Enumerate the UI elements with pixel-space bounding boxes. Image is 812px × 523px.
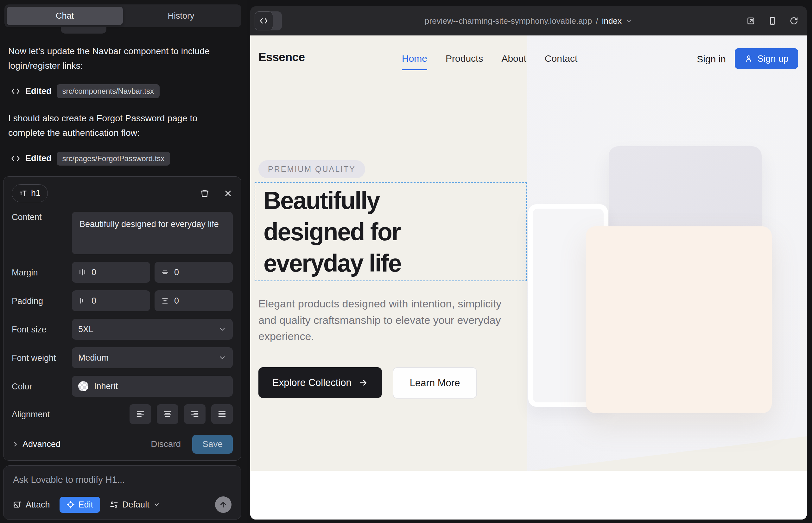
app-window: ·· Chat History Now let's update the Nav… (0, 0, 812, 523)
align-right-icon (190, 409, 199, 419)
send-button[interactable] (215, 497, 231, 513)
mobile-view-button[interactable] (768, 16, 777, 26)
tab-history[interactable]: History (123, 7, 239, 25)
lovable-sidebar: ·· Chat History Now let's update the Nav… (0, 0, 247, 523)
transparency-swatch-icon (78, 381, 88, 391)
font-size-select[interactable]: 5XL (72, 319, 233, 340)
padding-label: Padding (12, 296, 72, 306)
alignment-label: Alignment (12, 409, 72, 419)
padding-y-input[interactable]: 0 (155, 290, 233, 311)
align-center-icon (163, 409, 172, 419)
site-canvas: Essence Home Products About Contact Sign… (250, 35, 807, 520)
next-section-background (250, 471, 807, 520)
preview-pane: preview--charming-site-symphony.lovable.… (250, 6, 807, 520)
content-label: Content (12, 212, 72, 222)
font-size-label: Font size (12, 324, 72, 335)
code-icon (11, 154, 20, 163)
tab-chat[interactable]: Chat (7, 7, 123, 25)
hero-heading[interactable]: Beautifully designed for everyday life (255, 183, 526, 279)
learn-more-button[interactable]: Learn More (393, 367, 477, 399)
user-icon (744, 54, 753, 63)
close-editor-button[interactable] (223, 189, 233, 198)
padding-horizontal-icon (78, 296, 86, 305)
h1-selection-outline[interactable]: Beautifully designed for everyday life (254, 182, 527, 281)
attach-button[interactable]: Attach (13, 500, 50, 510)
font-weight-label: Font weight (12, 353, 72, 363)
preview-url: preview--charming-site-symphony.lovable.… (425, 16, 592, 26)
color-label: Color (12, 381, 72, 392)
trash-icon (200, 189, 209, 198)
align-justify-button[interactable] (211, 404, 233, 424)
selected-element-chip[interactable]: h1 (12, 184, 48, 202)
prompt-input[interactable]: Ask Lovable to modify H1... (13, 474, 231, 485)
chat-history-tabs: Chat History (4, 4, 241, 27)
chat-messages: Now let's update the Navbar component to… (8, 44, 236, 178)
edited-label: Edited (25, 154, 52, 163)
decor-card-cream (586, 227, 772, 413)
hero-description: Elegant products designed with intention… (259, 296, 515, 345)
external-link-icon (746, 16, 756, 26)
chat-message: I should also create a Forgot Password p… (8, 111, 230, 140)
preview-toolbar: preview--charming-site-symphony.lovable.… (250, 6, 807, 35)
save-button[interactable]: Save (192, 435, 233, 454)
type-icon (19, 189, 27, 198)
chevron-down-icon (153, 501, 160, 508)
advanced-toggle[interactable]: Advanced (12, 439, 60, 449)
image-plus-icon (13, 500, 22, 509)
align-center-button[interactable] (157, 404, 178, 424)
color-select[interactable]: Inherit (72, 376, 233, 397)
prompt-composer[interactable]: Ask Lovable to modify H1... Attach Edit … (3, 465, 241, 520)
file-chip[interactable]: src/components/Navbar.tsx (57, 84, 160, 98)
arrow-right-icon (358, 378, 368, 387)
content-input[interactable]: Beautifully designed for everyday life (72, 212, 233, 254)
code-view-segment[interactable] (254, 12, 273, 30)
sign-in-link[interactable]: Sign in (697, 54, 726, 65)
locate-icon (67, 501, 75, 509)
chevron-down-icon (625, 17, 632, 24)
nav-link-home[interactable]: Home (402, 53, 427, 70)
sliders-icon (110, 500, 119, 509)
premium-quality-badge: PREMIUM QUALITY (259, 160, 365, 178)
chevron-down-icon (218, 354, 226, 362)
open-in-new-tab-button[interactable] (746, 16, 756, 26)
code-preview-toggle[interactable] (254, 12, 282, 30)
preview-route: index (602, 16, 622, 26)
font-weight-select[interactable]: Medium (72, 347, 233, 368)
align-justify-icon (217, 409, 227, 419)
close-icon (223, 189, 233, 198)
delete-element-button[interactable] (200, 189, 209, 198)
nav-link-about[interactable]: About (501, 53, 526, 70)
padding-vertical-icon (161, 296, 169, 305)
refresh-icon (789, 16, 799, 26)
arrow-up-icon (219, 501, 227, 509)
nav-link-products[interactable]: Products (446, 53, 483, 70)
nav-link-contact[interactable]: Contact (545, 53, 577, 70)
discard-button[interactable]: Discard (142, 435, 189, 454)
model-default-select[interactable]: Default (110, 500, 160, 510)
explore-collection-button[interactable]: Explore Collection (259, 367, 382, 398)
padding-x-input[interactable]: 0 (72, 290, 150, 311)
edit-mode-button[interactable]: Edit (59, 497, 100, 513)
file-chip[interactable]: src/pages/ForgotPassword.tsx (57, 152, 170, 166)
margin-y-input[interactable]: 0 (155, 262, 233, 283)
align-left-icon (136, 409, 145, 419)
edited-file-row[interactable]: Edited src/components/Navbar.tsx (11, 84, 236, 98)
chevron-right-icon (12, 440, 19, 448)
sign-up-button[interactable]: Sign up (735, 48, 798, 69)
code-icon (11, 86, 20, 96)
address-bar[interactable]: preview--charming-site-symphony.lovable.… (250, 6, 807, 35)
element-tag: h1 (31, 188, 40, 198)
align-left-button[interactable] (129, 404, 151, 424)
margin-vertical-icon (161, 268, 169, 276)
edited-file-row[interactable]: Edited src/pages/ForgotPassword.tsx (11, 152, 236, 166)
margin-x-input[interactable]: 0 (72, 262, 150, 283)
margin-horizontal-icon (78, 268, 86, 276)
align-right-button[interactable] (184, 404, 206, 424)
chat-message: Now let's update the Navbar component to… (8, 44, 230, 73)
edited-label: Edited (25, 86, 52, 96)
margin-label: Margin (12, 267, 72, 278)
refresh-button[interactable] (789, 16, 799, 26)
nav-links: Home Products About Contact (402, 53, 577, 70)
smartphone-icon (768, 16, 777, 26)
site-logo[interactable]: Essence (259, 51, 305, 64)
